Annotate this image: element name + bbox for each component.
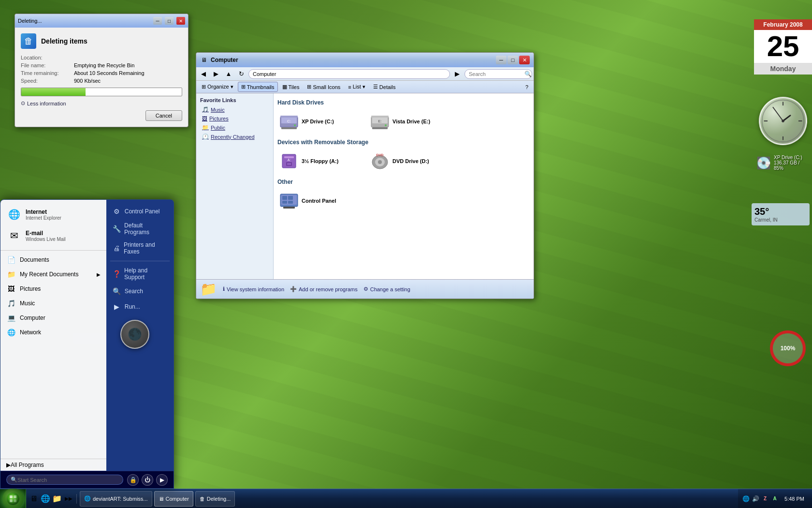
tiles-button[interactable]: ▦ Tiles (279, 82, 303, 92)
hdd-widget: 💽 XP Drive (C:) 136.37 GB / 85% 100% (756, 155, 810, 171)
forward-button[interactable]: ▶ (211, 69, 221, 79)
computer-close-button[interactable]: ✕ (519, 56, 530, 64)
computer-maximize-button[interactable]: □ (508, 56, 518, 64)
computer-minimize-button[interactable]: ─ (496, 56, 507, 64)
taskbar-clock[interactable]: 5:48 PM (781, 496, 808, 502)
start-right-run[interactable]: ▶ Run... (106, 299, 174, 314)
refresh-button[interactable]: ↻ (236, 69, 246, 79)
drive-d[interactable]: DVD DVD Drive (D:) (368, 149, 455, 173)
systray-sound-icon[interactable]: 🔊 (752, 495, 759, 503)
svg-line-6 (773, 107, 783, 121)
svg-rect-36 (288, 201, 293, 204)
start-link-recent-docs[interactable]: 📁 My Recent Documents ▶ (0, 267, 106, 282)
help-circle-button[interactable]: ? (522, 82, 532, 92)
delete-location-row: Location: (21, 55, 182, 60)
systray-network-icon[interactable]: 🌐 (742, 495, 750, 503)
taskbar-computer-label: Computer (166, 496, 189, 502)
sidebar-link-public[interactable]: 📁 Public (200, 123, 269, 132)
calendar-day: 25 (754, 30, 812, 63)
control-panel-item-name: Control Panel (302, 198, 336, 204)
systray-z-icon[interactable]: Z (761, 495, 769, 503)
start-right-default-programs[interactable]: 🔧 Default Programs (106, 219, 174, 239)
drive-c-name: XP Drive (C:) (302, 119, 334, 124)
help-icon: ❓ (112, 269, 121, 279)
drive-a[interactable]: A: 3½ Floppy (A:) (277, 149, 364, 173)
computer-icon: 💻 (6, 313, 16, 323)
start-link-documents[interactable]: 📄 Documents (0, 253, 106, 267)
details-icon: ☰ (373, 84, 378, 90)
svg-rect-19 (371, 116, 389, 118)
start-power-button[interactable]: ⏻ (142, 474, 153, 486)
computer-view-toolbar: ⊞ Organize ▾ ⊞ Thumbnails ▦ Tiles ⊞ Smal… (196, 81, 534, 93)
drive-e-name: Vista Drive (E:) (392, 119, 430, 124)
taskbar-deviantart-icon: 🌐 (84, 495, 91, 502)
all-programs-button[interactable]: ▶ All Programs (0, 459, 106, 471)
drive-a-name: 3½ Floppy (A:) (302, 158, 338, 164)
systray-a-icon[interactable]: A (771, 495, 779, 503)
control-panel-item-icon (279, 191, 299, 210)
start-item-email[interactable]: ✉ E-mail Windows Live Mail (0, 225, 106, 246)
delete-close-button[interactable]: ✕ (176, 17, 185, 25)
delete-cancel-button[interactable]: Cancel (145, 110, 182, 121)
sidebar-link-music[interactable]: 🎵 Music (200, 105, 269, 114)
start-menu-left: 🌐 Internet Internet Explorer ✉ E-mail Wi… (0, 200, 106, 471)
taskbar-deleting-label: Deleting... (207, 496, 231, 502)
drive-e[interactable]: E: Vista Drive (E:) (368, 110, 455, 133)
start-right-search[interactable]: 🔍 Search (106, 284, 174, 299)
expand-icon[interactable]: ▶▶ (64, 494, 73, 504)
add-remove-programs-link[interactable]: ➕ Add or remove programs (290, 286, 358, 292)
taskbar-deleting[interactable]: 🗑 Deleting... (195, 491, 235, 507)
start-link-computer[interactable]: 💻 Computer (0, 311, 106, 325)
svg-rect-37 (283, 207, 295, 209)
start-lock-button[interactable]: 🔒 (127, 474, 139, 486)
address-input[interactable] (248, 69, 450, 79)
folder-icon[interactable]: 📁 (52, 494, 62, 504)
small-icons-button[interactable]: ⊞ Small Icons (304, 82, 344, 92)
weather-widget: 35° Carmel, IN (752, 203, 810, 225)
organize-button[interactable]: ⊞ Organize ▾ (198, 82, 237, 92)
view-system-info-link[interactable]: ℹ View system information (223, 286, 284, 292)
start-link-pictures[interactable]: 🖼 Pictures (0, 282, 106, 296)
svg-rect-20 (372, 127, 388, 129)
computer-search-input[interactable] (464, 69, 532, 79)
ie-icon[interactable]: 🌐 (41, 494, 50, 504)
change-setting-link[interactable]: ⚙ Change a setting (363, 286, 410, 292)
delete-cancel-area: Cancel (21, 110, 182, 121)
start-link-network[interactable]: 🌐 Network (0, 325, 106, 340)
show-desktop-icon[interactable]: 🖥 (29, 494, 39, 504)
drive-c[interactable]: C: XP Drive (C:) (277, 110, 364, 133)
start-search-input[interactable] (17, 477, 85, 483)
details-button[interactable]: ☰ Details (370, 82, 399, 92)
start-right-help[interactable]: ❓ Help and Support (106, 264, 174, 284)
back-button[interactable]: ◀ (198, 69, 209, 79)
delete-progress-bar (21, 88, 182, 96)
start-right-control-panel[interactable]: ⚙ Control Panel (106, 204, 174, 219)
address-go-button[interactable]: ▶ (452, 69, 463, 79)
network-icon: 🌐 (6, 328, 16, 337)
start-search-box[interactable]: 🔍 (6, 475, 123, 485)
start-arrow-button[interactable]: ▶ (156, 474, 168, 486)
start-link-music[interactable]: 🎵 Music (0, 296, 106, 311)
calendar-weekday: Monday (754, 63, 812, 75)
other-title: Other (277, 179, 530, 185)
delete-heading: Deleting items (41, 37, 87, 45)
start-button[interactable] (0, 489, 26, 508)
taskbar-computer[interactable]: 🖥 Computer (154, 491, 193, 507)
list-button[interactable]: ≡ List ▾ (345, 82, 369, 92)
taskbar-deviantart[interactable]: 🌐 deviantART: Submiss... (80, 491, 152, 507)
start-item-internet[interactable]: 🌐 Internet Internet Explorer (0, 204, 106, 225)
drive-a-icon: A: (279, 151, 299, 171)
sidebar-link-recently-changed[interactable]: 🕐 Recently Changed (200, 132, 269, 141)
sidebar-link-pictures[interactable]: 🖼 Pictures (200, 114, 269, 123)
delete-minimize-button[interactable]: ─ (153, 17, 162, 25)
delete-progress-fill (21, 88, 86, 96)
start-search-icon: 🔍 (11, 477, 17, 483)
control-panel-item[interactable]: Control Panel (277, 189, 364, 212)
thumbnails-button[interactable]: ⊞ Thumbnails (238, 82, 278, 92)
up-button[interactable]: ▲ (223, 69, 234, 79)
delete-less-info[interactable]: ⊙ Less information (21, 100, 182, 106)
delete-maximize-button[interactable]: □ (165, 17, 174, 25)
delete-header: 🗑 Deleting items (21, 33, 182, 49)
start-right-printers[interactable]: 🖨 Printers and Faxes (106, 239, 174, 258)
email-subtitle: Windows Live Mail (26, 237, 66, 242)
